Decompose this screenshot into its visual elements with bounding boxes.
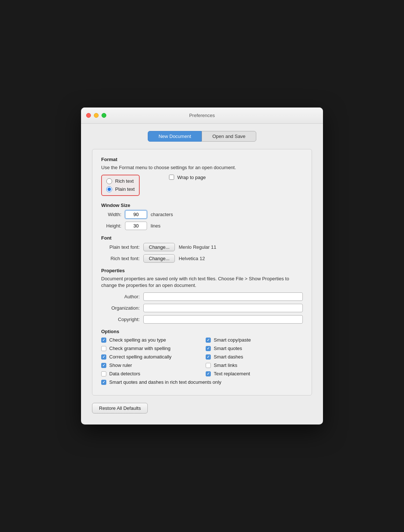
plain-text-radio[interactable] [106, 186, 112, 192]
tab-bar: New Document Open and Save [92, 131, 312, 142]
preferences-window: Preferences New Document Open and Save F… [81, 108, 323, 425]
height-input[interactable] [125, 222, 147, 230]
copyright-input[interactable] [143, 315, 303, 324]
plain-text-font-row: Plain text font: Change... Menlo Regular… [101, 243, 303, 251]
close-button[interactable] [86, 113, 91, 118]
check-grammar-checkbox[interactable] [101, 346, 106, 351]
height-unit: lines [151, 223, 161, 229]
format-description: Use the Format menu to choose settings f… [101, 164, 303, 171]
window-size-section: Window Size Width: characters Height: li… [101, 203, 303, 230]
option-correct-spelling: Correct spelling automatically [101, 354, 198, 360]
smart-dashes-label: Smart dashes [214, 354, 243, 360]
rich-text-font-value: Helvetica 12 [179, 256, 205, 261]
format-radio-group: Rich text Plain text [101, 175, 140, 196]
options-grid: Check spelling as you type Smart copy/pa… [101, 337, 303, 385]
height-label: Height: [101, 223, 121, 229]
options-section: Options Check spelling as you type Smart… [101, 329, 303, 385]
plain-text-font-change-button[interactable]: Change... [143, 243, 175, 251]
text-replacement-label: Text replacement [214, 371, 250, 376]
tab-open-and-save[interactable]: Open and Save [202, 131, 256, 142]
restore-defaults-button[interactable]: Restore All Defaults [92, 403, 148, 413]
properties-title: Properties [101, 268, 303, 273]
smart-dashes-checkbox[interactable] [206, 354, 211, 360]
option-check-spelling: Check spelling as you type [101, 337, 198, 343]
smart-links-label: Smart links [214, 362, 237, 368]
plain-text-font-label: Plain text font: [101, 244, 140, 250]
plain-text-radio-row: Plain text [106, 186, 135, 192]
organization-input[interactable] [143, 304, 303, 312]
data-detectors-label: Data detectors [109, 371, 140, 376]
option-smart-links: Smart links [206, 362, 303, 368]
maximize-button[interactable] [102, 113, 106, 118]
author-label: Author: [101, 294, 140, 299]
smart-quotes-checkbox[interactable] [206, 346, 211, 351]
organization-row: Organization: [101, 304, 303, 312]
correct-spelling-checkbox[interactable] [101, 354, 106, 360]
correct-spelling-label: Correct spelling automatically [109, 354, 172, 360]
format-section: Format Use the Format menu to choose set… [101, 157, 303, 196]
option-smart-dashes: Smart dashes [206, 354, 303, 360]
option-text-replacement: Text replacement [206, 371, 303, 376]
smart-copy-paste-label: Smart copy/paste [214, 337, 251, 343]
option-check-grammar: Check grammar with spelling [101, 346, 198, 351]
smart-quotes-rich-text-label: Smart quotes and dashes in rich text doc… [109, 379, 221, 385]
rich-text-font-change-button[interactable]: Change... [143, 254, 175, 263]
rich-text-radio-row: Rich text [106, 178, 135, 184]
smart-links-checkbox[interactable] [206, 363, 211, 368]
wrap-to-page-label[interactable]: Wrap to page [177, 175, 206, 180]
format-row: Rich text Plain text Wrap to page [101, 175, 303, 196]
properties-description: Document properties are saved only with … [101, 276, 303, 289]
properties-section: Properties Document properties are saved… [101, 268, 303, 324]
font-title: Font [101, 235, 303, 241]
option-data-detectors: Data detectors [101, 371, 198, 376]
copyright-label: Copyright: [101, 317, 140, 322]
window-size-title: Window Size [101, 203, 303, 208]
titlebar: Preferences [81, 108, 323, 124]
option-smart-copy-paste: Smart copy/paste [206, 337, 303, 343]
rich-text-label[interactable]: Rich text [115, 178, 134, 184]
rich-text-radio[interactable] [106, 178, 112, 184]
check-grammar-label: Check grammar with spelling [109, 346, 170, 351]
smart-quotes-label: Smart quotes [214, 346, 242, 351]
preferences-panel: Format Use the Format menu to choose set… [92, 149, 312, 396]
tab-new-document[interactable]: New Document [148, 131, 202, 142]
option-smart-quotes: Smart quotes [206, 346, 303, 351]
options-title: Options [101, 329, 303, 334]
height-row: Height: lines [101, 222, 303, 230]
author-row: Author: [101, 292, 303, 301]
width-label: Width: [101, 212, 121, 217]
width-input[interactable] [125, 210, 147, 219]
traffic-lights [86, 113, 106, 118]
data-detectors-checkbox[interactable] [101, 371, 106, 376]
wrap-to-page-checkbox[interactable] [169, 175, 174, 180]
smart-copy-paste-checkbox[interactable] [206, 338, 211, 343]
check-spelling-checkbox[interactable] [101, 338, 106, 343]
minimize-button[interactable] [94, 113, 99, 118]
window-title: Preferences [189, 113, 215, 118]
wrap-to-page-row: Wrap to page [169, 175, 206, 180]
text-replacement-checkbox[interactable] [206, 371, 211, 376]
window-content: New Document Open and Save Format Use th… [81, 124, 323, 425]
plain-text-label[interactable]: Plain text [115, 186, 135, 192]
rich-text-font-label: Rich text font: [101, 256, 140, 261]
option-smart-quotes-rich-text: Smart quotes and dashes in rich text doc… [101, 379, 303, 385]
show-ruler-label: Show ruler [109, 362, 132, 368]
organization-label: Organization: [101, 305, 140, 311]
check-spelling-label: Check spelling as you type [109, 337, 166, 343]
show-ruler-checkbox[interactable] [101, 363, 106, 368]
font-section: Font Plain text font: Change... Menlo Re… [101, 235, 303, 263]
author-input[interactable] [143, 292, 303, 301]
option-show-ruler: Show ruler [101, 362, 198, 368]
format-title: Format [101, 157, 303, 162]
smart-quotes-rich-text-checkbox[interactable] [101, 380, 106, 385]
width-unit: characters [151, 212, 173, 217]
width-row: Width: characters [101, 210, 303, 219]
plain-text-font-value: Menlo Regular 11 [179, 244, 216, 250]
rich-text-font-row: Rich text font: Change... Helvetica 12 [101, 254, 303, 263]
copyright-row: Copyright: [101, 315, 303, 324]
